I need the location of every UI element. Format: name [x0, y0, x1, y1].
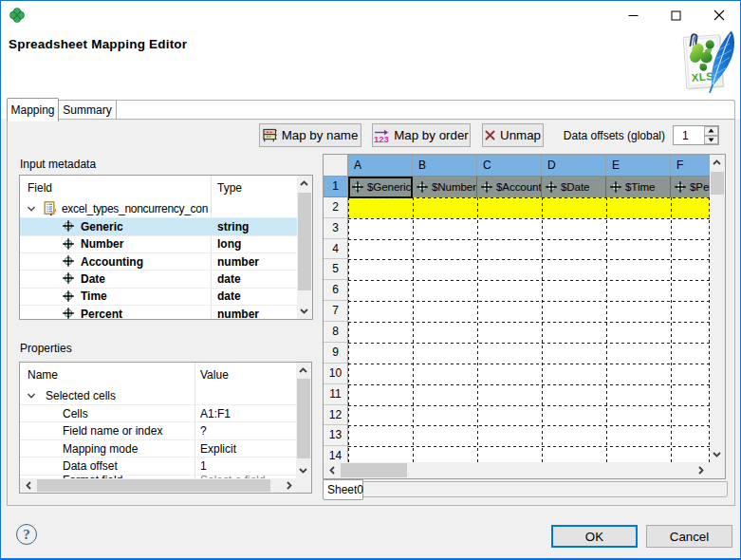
mapped-cell-value: $Date: [561, 180, 589, 193]
field-crosshair-icon: [610, 181, 621, 193]
scroll-down-button[interactable]: [710, 446, 726, 462]
field-name[interactable]: Number: [81, 237, 123, 251]
expand-chevron-icon: [27, 204, 36, 214]
selected-row-highlight: [20, 218, 297, 235]
row-header-1[interactable]: 1: [324, 177, 348, 197]
property-value[interactable]: ?: [200, 424, 207, 438]
field-name[interactable]: Time: [81, 289, 107, 303]
scroll-down-button[interactable]: [296, 462, 312, 478]
grid-row-dashed-line: [348, 446, 710, 447]
field-crosshair-icon: [481, 181, 492, 193]
column-header-D[interactable]: D: [542, 155, 606, 177]
button-label: OK: [585, 530, 603, 544]
grid-row-dashed-line: [348, 301, 710, 302]
close-button[interactable]: [697, 1, 740, 29]
property-group-name[interactable]: Selected cells: [46, 389, 116, 402]
row-header-8[interactable]: 8: [324, 322, 348, 343]
tab-summary[interactable]: Summary: [59, 100, 117, 119]
v-scroll-thumb[interactable]: [297, 379, 311, 458]
map-by-name-button[interactable]: Map by name: [259, 123, 361, 147]
grid-v-scrollbar[interactable]: [710, 155, 726, 462]
mapped-cell-D1[interactable]: $Date: [542, 177, 606, 197]
field-name[interactable]: Date: [81, 272, 105, 286]
type-column-header: Type: [217, 181, 242, 195]
row-separator: [20, 288, 297, 289]
cancel-button[interactable]: Cancel: [646, 525, 732, 548]
unmap-button[interactable]: Unmap: [482, 123, 544, 147]
row-header-9[interactable]: 9: [324, 343, 348, 364]
v-scroll-thumb[interactable]: [711, 172, 725, 195]
field-crosshair-icon: [675, 181, 686, 193]
data-offsets-spinner[interactable]: 1: [673, 125, 719, 145]
scroll-left-button[interactable]: [324, 462, 341, 478]
grid-row-dashed-line: [348, 425, 710, 426]
scroll-up-button[interactable]: [710, 155, 726, 171]
mapped-cell-C1[interactable]: $Accounting: [477, 177, 542, 197]
scroll-down-button-icon: [300, 307, 308, 315]
scroll-left-button[interactable]: [20, 478, 37, 493]
h-scroll-thumb[interactable]: [341, 463, 407, 477]
tab-label: Mapping: [10, 103, 54, 117]
properties-table[interactable]: NameValueSelected cellsCellsA1:F1Field n…: [19, 362, 312, 494]
grid-cells-area: ABCDEF1234567891011121314$Generic$Number…: [324, 155, 710, 462]
field-name[interactable]: Percent: [81, 308, 122, 320]
mapped-cell-B1[interactable]: $Number: [413, 177, 477, 197]
scroll-down-button-icon: [713, 450, 721, 458]
property-value[interactable]: A1:F1: [200, 407, 231, 420]
property-name[interactable]: Field name or index: [63, 424, 162, 438]
scroll-down-button[interactable]: [297, 303, 313, 319]
row-header-3[interactable]: 3: [324, 218, 348, 239]
row-header-14[interactable]: 14: [324, 446, 348, 462]
row-header-10[interactable]: 10: [324, 364, 348, 384]
scroll-up-button[interactable]: [296, 363, 312, 378]
scroll-right-button[interactable]: [693, 462, 710, 478]
spinner-up-button[interactable]: [704, 126, 718, 136]
metadata-root-name[interactable]: excel_types_noncurrency_con: [62, 202, 208, 215]
property-name[interactable]: Cells: [63, 407, 88, 420]
row-header-11[interactable]: 11: [324, 384, 348, 405]
column-header-A[interactable]: A: [348, 155, 413, 177]
numbers-arrow-icon: 123: [374, 128, 389, 143]
column-header-B[interactable]: B: [413, 155, 477, 177]
row-header-6[interactable]: 6: [324, 280, 348, 301]
tab-mapping[interactable]: Mapping: [7, 98, 59, 121]
h-scroll-thumb[interactable]: [37, 479, 270, 492]
minimize-button[interactable]: [612, 1, 655, 29]
scroll-right-button[interactable]: [280, 478, 297, 493]
sheet-tab-sheet0[interactable]: Sheet0: [323, 479, 363, 500]
row-header-4[interactable]: 4: [324, 239, 348, 260]
field-name[interactable]: Accounting: [81, 255, 143, 269]
property-name[interactable]: Data offset: [63, 459, 118, 473]
scroll-left-button-icon: [25, 481, 33, 490]
maximize-button[interactable]: [655, 1, 697, 29]
row-separator: [20, 252, 297, 253]
column-header-E[interactable]: E: [606, 155, 671, 177]
spinner-down-button[interactable]: [704, 136, 718, 145]
help-button[interactable]: ?: [16, 524, 37, 545]
button-label: Map by order: [394, 128, 469, 142]
mapped-cell-F1[interactable]: $Percent: [671, 177, 710, 197]
property-value[interactable]: Explicit: [200, 442, 236, 456]
sheet-tab-label: Sheet0: [327, 483, 363, 496]
grid-row-dashed-line: [348, 384, 710, 385]
scroll-left-button-icon: [328, 466, 337, 475]
v-scroll-thumb[interactable]: [298, 193, 312, 290]
highlighted-data-row[interactable]: [348, 197, 710, 218]
property-name[interactable]: Mapping mode: [63, 442, 138, 456]
row-header-12[interactable]: 12: [324, 405, 348, 426]
input-metadata-table[interactable]: FieldTypeexcel_types_noncurrency_conGene…: [19, 175, 313, 320]
field-name[interactable]: Generic: [81, 220, 123, 233]
row-header-5[interactable]: 5: [324, 259, 348, 280]
ok-button[interactable]: OK: [551, 525, 638, 548]
spreadsheet-grid[interactable]: ABCDEF1234567891011121314$Generic$Number…: [323, 154, 726, 479]
mapped-cell-E1[interactable]: $Time: [606, 177, 671, 197]
row-header-7[interactable]: 7: [324, 301, 348, 322]
map-by-order-button[interactable]: 123 Map by order: [372, 123, 471, 147]
row-header-13[interactable]: 13: [324, 425, 348, 446]
row-header-2[interactable]: 2: [324, 197, 348, 218]
svg-text:123: 123: [374, 133, 389, 143]
column-header-C[interactable]: C: [477, 155, 542, 177]
scroll-up-button[interactable]: [297, 176, 313, 192]
property-value[interactable]: 1: [200, 459, 207, 473]
column-header-F[interactable]: F: [671, 155, 710, 177]
